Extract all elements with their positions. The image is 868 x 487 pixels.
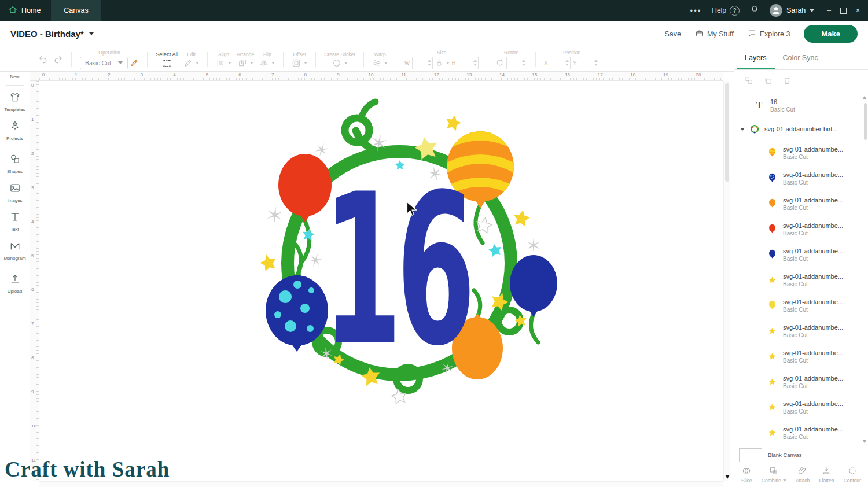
projects-icon bbox=[9, 120, 21, 134]
sidebar-item-monogram[interactable]: Monogram bbox=[0, 236, 30, 265]
combine-icon bbox=[769, 466, 778, 477]
layer-row[interactable]: svg-01-addanumbe...Basic Cut bbox=[734, 394, 868, 420]
size-lock-toggle[interactable] bbox=[435, 59, 443, 67]
flip-icon bbox=[259, 58, 269, 68]
blank-canvas-row[interactable]: Blank Canvas bbox=[734, 447, 868, 463]
arrange-button[interactable]: Arrange bbox=[237, 51, 254, 68]
canvas-vertical-scrollbar[interactable] bbox=[723, 81, 730, 481]
slice-button[interactable]: Slice bbox=[741, 466, 752, 484]
number-16[interactable]: 16 bbox=[323, 149, 471, 391]
star-icon bbox=[767, 276, 777, 285]
more-menu-button[interactable]: ••• bbox=[690, 6, 702, 15]
layer-row[interactable]: svg-01-addanumbe...Basic Cut bbox=[734, 140, 868, 165]
canvas-horizontal-scrollbar[interactable] bbox=[39, 481, 723, 487]
operation-select[interactable]: Basic Cut bbox=[80, 57, 128, 69]
position-y-input[interactable] bbox=[579, 57, 599, 69]
rotate-icon bbox=[495, 58, 504, 67]
sidebar-item-images[interactable]: Images bbox=[0, 178, 30, 207]
avatar bbox=[770, 4, 782, 17]
sidebar-item-text[interactable]: Text bbox=[0, 207, 30, 236]
layer-row[interactable]: svg-01-addanumbe...Basic Cut bbox=[734, 267, 868, 293]
help-button[interactable]: Help ? bbox=[712, 6, 740, 16]
layer-row[interactable]: svg-01-addanumbe...Basic Cut bbox=[734, 165, 868, 191]
user-menu[interactable]: Sarah bbox=[770, 4, 814, 17]
shapes-icon bbox=[9, 153, 21, 167]
panel-scroll-down-icon[interactable] bbox=[862, 440, 867, 443]
layer-row[interactable]: svg-01-addanumbe...Basic Cut bbox=[734, 420, 868, 445]
balloon-dotted-icon bbox=[767, 173, 777, 183]
panel-scroll-up-icon[interactable] bbox=[862, 96, 867, 99]
operation-edit-pencil-icon[interactable] bbox=[130, 58, 139, 67]
offset-button[interactable]: Offset bbox=[292, 51, 307, 68]
layer-group-row[interactable]: svg-01-addanumber-birt... bbox=[734, 118, 868, 140]
operation-label: Operation bbox=[98, 50, 120, 56]
sidebar-item-shapes[interactable]: Shapes bbox=[0, 149, 30, 178]
notifications-bell-icon[interactable] bbox=[750, 5, 759, 16]
align-icon bbox=[216, 58, 225, 68]
make-button[interactable]: Make bbox=[804, 25, 858, 43]
layer-row[interactable]: svg-01-addanumbe...Basic Cut bbox=[734, 216, 868, 242]
tab-layers[interactable]: Layers bbox=[737, 47, 775, 69]
warp-icon bbox=[372, 58, 381, 68]
layer-row[interactable]: svg-01-addanumbe...Basic Cut bbox=[734, 318, 868, 344]
project-title[interactable]: VIDEO - Birthday* bbox=[10, 29, 94, 39]
balloon-blue[interactable] bbox=[510, 255, 557, 317]
size-width-input[interactable] bbox=[412, 57, 433, 69]
design-artwork[interactable]: 16 bbox=[39, 81, 723, 481]
undo-button[interactable] bbox=[38, 54, 48, 64]
layer-row[interactable]: svg-01-addanumbe...Basic Cut bbox=[734, 344, 868, 369]
layers-list: T16Basic Cutsvg-01-addanumber-birt...svg… bbox=[734, 93, 868, 447]
flip-button[interactable]: Flip bbox=[259, 51, 275, 68]
close-button[interactable]: × bbox=[856, 6, 860, 14]
save-button[interactable]: Save bbox=[665, 30, 682, 38]
my-stuff-button[interactable]: My Stuff bbox=[695, 29, 734, 39]
group-icon[interactable] bbox=[745, 76, 753, 87]
layer-row[interactable]: svg-01-addanumbe...Basic Cut bbox=[734, 242, 868, 267]
redo-button[interactable] bbox=[53, 54, 63, 64]
explore-button[interactable]: Explore 3 bbox=[748, 29, 790, 39]
chevron-down-icon[interactable] bbox=[740, 128, 745, 131]
combine-button[interactable]: Combine bbox=[762, 466, 786, 484]
rotate-input[interactable] bbox=[506, 57, 527, 69]
position-label: Position bbox=[563, 50, 580, 56]
contour-button[interactable]: Contour bbox=[844, 466, 861, 484]
slice-icon bbox=[742, 466, 751, 477]
layer-row[interactable]: svg-01-addanumbe...Basic Cut bbox=[734, 293, 868, 318]
layers-actions-bar: SliceCombineAttachFlattenContour bbox=[734, 463, 868, 487]
select-all-icon bbox=[162, 58, 172, 68]
sidebar-item-projects[interactable]: Projects bbox=[0, 116, 30, 145]
ruler-corner bbox=[30, 72, 39, 81]
scroll-down-arrow-icon[interactable] bbox=[725, 475, 730, 479]
upload-icon bbox=[9, 273, 21, 287]
layer-row-text[interactable]: T16Basic Cut bbox=[734, 93, 868, 118]
delete-icon[interactable] bbox=[783, 76, 792, 87]
layer-row[interactable]: svg-01-addanumbe...Basic Cut bbox=[734, 369, 868, 394]
edit-button[interactable]: Edit bbox=[183, 51, 199, 68]
balloon-orange-icon bbox=[767, 198, 777, 209]
wreath-thumbnail-icon bbox=[749, 124, 760, 134]
sidebar-item-templates[interactable]: Templates bbox=[0, 87, 30, 116]
panel-scrollbar[interactable] bbox=[864, 103, 867, 140]
size-height-input[interactable] bbox=[458, 57, 479, 69]
chevron-down-icon bbox=[810, 9, 814, 12]
maximize-button[interactable] bbox=[840, 8, 847, 14]
duplicate-icon[interactable] bbox=[764, 76, 773, 87]
attach-button[interactable]: Attach bbox=[796, 466, 810, 484]
layer-row[interactable]: svg-01-addanumbe...Basic Cut bbox=[734, 191, 868, 216]
minimize-button[interactable]: – bbox=[827, 6, 831, 14]
blank-canvas-thumbnail bbox=[739, 448, 762, 462]
my-stuff-icon bbox=[695, 29, 704, 39]
sidebar-item-upload[interactable]: Upload bbox=[0, 269, 30, 298]
create-sticker-button[interactable]: Create Sticker bbox=[324, 51, 355, 68]
align-button[interactable]: Align bbox=[216, 51, 231, 68]
top-bar: Home Canvas ••• Help ? Sarah – × bbox=[0, 0, 868, 21]
position-x-input[interactable] bbox=[550, 57, 571, 69]
home-button[interactable]: Home bbox=[0, 5, 51, 16]
canvas[interactable]: 16 bbox=[39, 81, 723, 481]
warp-button[interactable]: Warp bbox=[372, 51, 388, 68]
project-header: VIDEO - Birthday* Save My Stuff Explore … bbox=[0, 21, 868, 47]
tab-color-sync[interactable]: Color Sync bbox=[775, 47, 826, 69]
flatten-button[interactable]: Flatten bbox=[819, 466, 834, 484]
select-all-button[interactable]: Select All bbox=[156, 51, 178, 68]
tab-canvas[interactable]: Canvas bbox=[51, 0, 101, 21]
